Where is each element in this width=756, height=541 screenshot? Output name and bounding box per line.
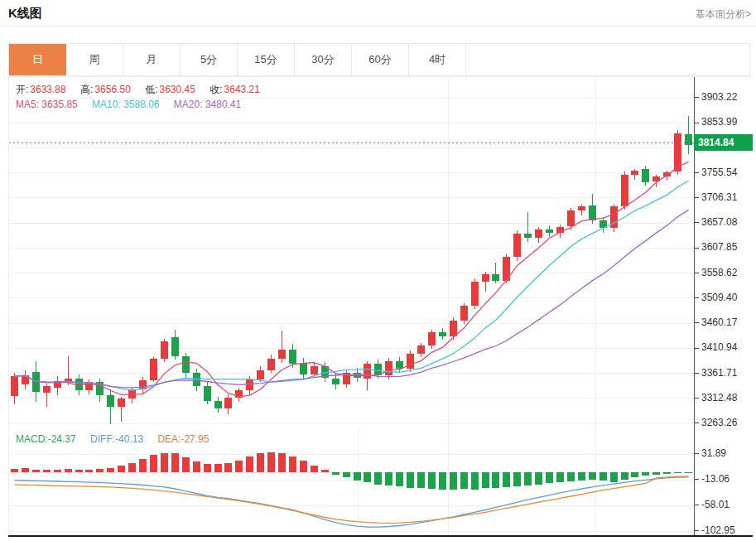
period-tab-6[interactable]: 60分: [352, 44, 409, 75]
y-tick-label: 3410.94: [695, 341, 737, 353]
y-tick-label: 3263.26: [695, 417, 737, 428]
current-price-label: 3814.84: [694, 134, 753, 151]
period-tab-3[interactable]: 5分: [181, 44, 238, 75]
diff-value-legend: DIFF:-40.13: [90, 433, 143, 445]
kline-widget: K线图 基本面分析> 日周月5分15分30分60分4时 开:3633.88 高:…: [0, 0, 756, 541]
chart-bottom-border: [8, 535, 753, 537]
y-tick-label: 3853.99: [695, 116, 737, 128]
y-tick-label: 3558.62: [695, 267, 737, 278]
open-legend: 开:3633.88: [16, 84, 66, 95]
ma-legend: MA5: 3635.85 MA10: 3588.06 MA20: 3480.41: [16, 99, 253, 110]
y-tick-label: 3903.22: [695, 91, 737, 103]
macd-tick-label: -102.95: [695, 524, 735, 536]
y-tick-label: 3706.31: [695, 191, 737, 203]
period-tab-4[interactable]: 15分: [238, 44, 295, 75]
low-legend: 低:3630.45: [145, 84, 195, 95]
y-tick-label: 3607.85: [695, 241, 737, 253]
dea-value-legend: DEA:-27.95: [157, 433, 209, 445]
period-tab-2[interactable]: 月: [123, 44, 181, 75]
close-legend: 收:3643.21: [209, 84, 260, 95]
macd-tick-label: -13.06: [695, 473, 730, 485]
ma10-legend: MA10: 3588.06: [92, 99, 159, 110]
y-tick-label: 3312.48: [695, 392, 737, 403]
period-tab-0[interactable]: 日: [9, 44, 66, 75]
high-legend: 高:3656.50: [80, 84, 131, 95]
y-tick-label: 3657.08: [695, 216, 737, 228]
macd-legend: MACD:-24.37 DIFF:-40.13 DEA:-27.95: [16, 433, 220, 445]
period-tab-1[interactable]: 周: [66, 44, 123, 75]
y-tick-label: 3509.40: [695, 292, 737, 303]
period-tab-5[interactable]: 30分: [295, 44, 352, 75]
ohlc-legend: 开:3633.88 高:3656.50 低:3630.45 收:3643.21: [16, 83, 272, 97]
fundamental-analysis-link[interactable]: 基本面分析>: [696, 7, 751, 22]
candlestick-chart[interactable]: [9, 77, 694, 429]
ma20-legend: MA20: 3480.41: [174, 99, 241, 110]
macd-value-legend: MACD:-24.37: [16, 433, 76, 445]
ma5-legend: MA5: 3635.85: [16, 99, 78, 110]
macd-chart[interactable]: [9, 429, 694, 535]
macd-tick-label: -58.01: [695, 499, 730, 510]
period-tabs: 日周月5分15分30分60分4时: [8, 43, 750, 76]
macd-tick-label: 31.89: [695, 447, 726, 459]
header: K线图 基本面分析>: [0, 0, 756, 27]
y-tick-label: 3755.54: [695, 167, 737, 178]
period-tab-7[interactable]: 4时: [409, 44, 466, 75]
y-tick-label: 3460.17: [695, 316, 737, 328]
page-title: K线图: [8, 6, 42, 22]
y-tick-label: 3361.71: [695, 367, 737, 379]
chart-container: 开:3633.88 高:3656.50 低:3630.45 收:3643.21 …: [8, 76, 753, 541]
